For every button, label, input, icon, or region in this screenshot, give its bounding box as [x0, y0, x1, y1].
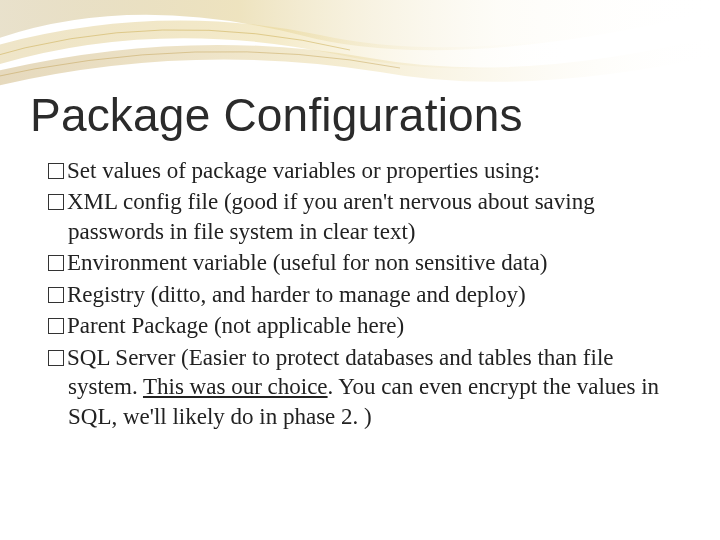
bullet-text: Environment variable (useful for non sen…: [67, 250, 547, 275]
square-bullet-icon: [48, 350, 64, 366]
square-bullet-icon: [48, 287, 64, 303]
bullet-text: Registry (ditto, and harder to manage an…: [67, 282, 526, 307]
square-bullet-icon: [48, 163, 64, 179]
list-item: Registry (ditto, and harder to manage an…: [48, 280, 680, 309]
square-bullet-icon: [48, 318, 64, 334]
list-item: Environment variable (useful for non sen…: [48, 248, 680, 277]
square-bullet-icon: [48, 194, 64, 210]
list-item: Set values of package variables or prope…: [48, 156, 680, 185]
bullet-text-underline: This was our choice: [143, 374, 328, 399]
bullet-text: Set values of package variables or prope…: [67, 158, 540, 183]
list-item: Parent Package (not applicable here): [48, 311, 680, 340]
list-item: XML config file (good if you aren't nerv…: [48, 187, 680, 246]
bullet-text: Parent Package (not applicable here): [67, 313, 404, 338]
bullet-list: Set values of package variables or prope…: [30, 156, 690, 431]
slide-content: Package Configurations Set values of pac…: [0, 0, 720, 431]
bullet-text: XML config file (good if you aren't nerv…: [67, 189, 595, 243]
slide-title: Package Configurations: [30, 88, 690, 142]
list-item: SQL Server (Easier to protect databases …: [48, 343, 680, 431]
square-bullet-icon: [48, 255, 64, 271]
